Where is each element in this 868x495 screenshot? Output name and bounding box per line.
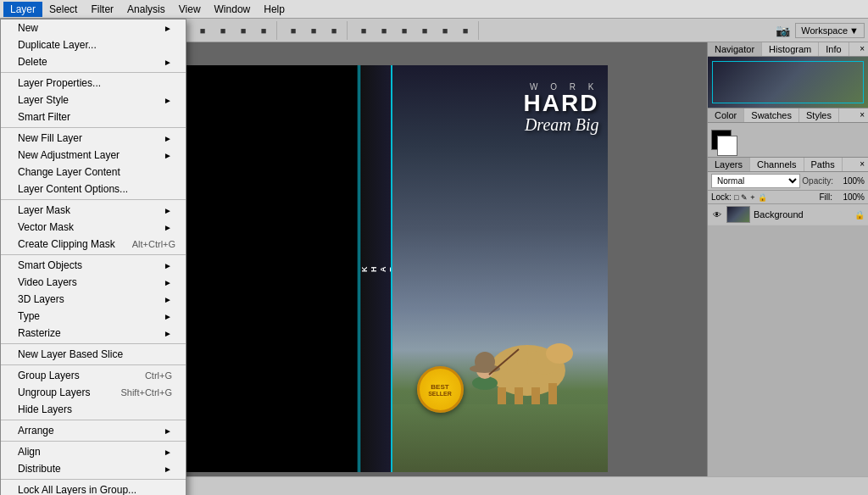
menu-entry-rasterize[interactable]: Rasterize ► <box>1 325 186 342</box>
lock-transparent-icon[interactable]: □ <box>734 193 738 202</box>
layer-lock-icon: 🔒 <box>854 210 865 220</box>
toolbar-btn-11[interactable]: ■ <box>415 21 434 40</box>
guide-line-left <box>359 65 360 472</box>
toolbar-camera-btn[interactable]: 📷 <box>773 23 792 38</box>
toolbar-btn-2[interactable]: ■ <box>214 21 232 40</box>
menu-entry-arrange[interactable]: Arrange ► <box>1 422 186 439</box>
opacity-value: 100% <box>835 176 865 186</box>
separator-9 <box>1 479 186 480</box>
navigator-tabs: Navigator Histogram Info × <box>708 42 868 57</box>
menu-entry-delete[interactable]: Delete ► <box>1 53 186 70</box>
toolbar-btn-3[interactable]: ■ <box>234 21 253 40</box>
toolbar-btn-4[interactable]: ■ <box>254 21 273 40</box>
menu-entry-new[interactable]: New ► <box>1 19 186 36</box>
menu-view[interactable]: View <box>172 2 208 17</box>
fill-value: 100% <box>835 192 865 202</box>
menu-entry-change-content[interactable]: Change Layer Content <box>1 164 186 181</box>
menu-entry-group-layers-shortcut: Ctrl+G <box>145 370 172 381</box>
menu-entry-video-layers[interactable]: Video Layers ► <box>1 274 186 291</box>
menu-entry-duplicate[interactable]: Duplicate Layer... <box>1 36 186 53</box>
menu-entry-type[interactable]: Type ► <box>1 308 186 325</box>
lock-image-icon[interactable]: ✎ <box>741 193 748 202</box>
menu-window[interactable]: Window <box>208 2 258 17</box>
toolbar-btn-12[interactable]: ■ <box>436 21 454 40</box>
layer-visibility-eye[interactable]: 👁 <box>711 209 723 220</box>
tab-paths[interactable]: Paths <box>804 158 843 171</box>
tab-info[interactable]: Info <box>819 42 849 56</box>
toolbar-btn-9[interactable]: ■ <box>375 21 393 40</box>
layers-close[interactable]: × <box>856 158 868 171</box>
menu-entry-ungroup-layers-label: Ungroup Layers <box>18 387 90 398</box>
menu-entry-hide-layers[interactable]: Hide Layers <box>1 401 186 418</box>
lock-all-icon[interactable]: 🔒 <box>758 193 767 202</box>
toolbar-btn-1[interactable]: ■ <box>193 21 212 40</box>
tab-styles[interactable]: Styles <box>799 108 839 122</box>
menu-entry-layer-style[interactable]: Layer Style ► <box>1 92 186 108</box>
tab-swatches[interactable]: Swatches <box>744 108 799 122</box>
menu-entry-new-fill-arrow: ► <box>164 134 172 143</box>
svg-point-2 <box>546 343 573 364</box>
menu-entry-distribute[interactable]: Distribute ► <box>1 460 186 477</box>
menu-entry-3d-layers[interactable]: 3D Layers ► <box>1 291 186 308</box>
menu-entry-layer-style-arrow: ► <box>164 96 172 105</box>
menu-entry-align[interactable]: Align ► <box>1 443 186 460</box>
layer-item-background[interactable]: 👁 Background 🔒 <box>708 204 868 225</box>
navigator-section: Navigator Histogram Info × <box>708 42 868 108</box>
tab-color[interactable]: Color <box>708 108 744 122</box>
menu-layer[interactable]: Layer <box>3 2 42 17</box>
menu-entry-new-slice-label: New Layer Based Slice <box>18 348 123 360</box>
menu-entry-vector-mask-label: Vector Mask <box>18 221 74 233</box>
menu-entry-clipping-mask[interactable]: Create Clipping Mask Alt+Ctrl+G <box>1 236 186 253</box>
menu-entry-lock-all-label: Lock All Layers in Group... <box>18 484 136 495</box>
tab-layers[interactable]: Layers <box>708 158 750 171</box>
menu-entry-group-layers[interactable]: Group Layers Ctrl+G <box>1 367 186 384</box>
menu-entry-smart-filter[interactable]: Smart Filter <box>1 108 186 125</box>
character-area: BEST SELLER <box>392 252 608 472</box>
menu-filter[interactable]: Filter <box>84 2 120 17</box>
navigator-close[interactable]: × <box>856 42 868 56</box>
menu-entry-new-slice[interactable]: New Layer Based Slice <box>1 346 186 363</box>
foreground-color[interactable] <box>711 130 732 150</box>
tab-navigator[interactable]: Navigator <box>708 42 762 56</box>
lock-position-icon[interactable]: + <box>750 193 754 202</box>
spine-a: A <box>379 245 388 292</box>
separator-4 <box>1 254 186 255</box>
tab-histogram[interactable]: Histogram <box>762 42 819 56</box>
workspace-btn[interactable]: Workspace ▼ <box>795 23 865 38</box>
tab-channels[interactable]: Channels <box>750 158 804 171</box>
menu-entry-type-arrow: ► <box>164 312 172 321</box>
menu-entry-ungroup-layers[interactable]: Ungroup Layers Shift+Ctrl+G <box>1 384 186 401</box>
menu-entry-lock-all[interactable]: Lock All Layers in Group... <box>1 481 186 495</box>
menu-entry-smart-filter-label: Smart Filter <box>18 111 70 123</box>
menu-entry-content-options[interactable]: Layer Content Options... <box>1 181 186 197</box>
menu-entry-smart-objects[interactable]: Smart Objects ► <box>1 257 186 274</box>
menu-analysis[interactable]: Analysis <box>120 2 172 17</box>
menu-select[interactable]: Select <box>42 2 84 17</box>
best-seller-badge: BEST SELLER <box>417 366 464 413</box>
toolbar-btn-6[interactable]: ■ <box>304 21 323 40</box>
menu-help[interactable]: Help <box>257 2 292 17</box>
separator-8 <box>1 441 186 442</box>
menu-entry-new-fill[interactable]: New Fill Layer ► <box>1 130 186 147</box>
toolbar-btn-8[interactable]: ■ <box>354 21 373 40</box>
menu-entry-layer-properties[interactable]: Layer Properties... <box>1 75 186 92</box>
workspace-arrow: ▼ <box>849 25 859 36</box>
toolbar-btn-5[interactable]: ■ <box>284 21 303 40</box>
color-close[interactable]: × <box>856 108 868 122</box>
blend-mode-select[interactable]: Normal <box>711 174 800 188</box>
toolbar-btn-7[interactable]: ■ <box>325 21 343 40</box>
lock-label: Lock: <box>711 192 732 202</box>
menu-entry-vector-mask[interactable]: Vector Mask ► <box>1 219 186 236</box>
toolbar-btn-10[interactable]: ■ <box>395 21 414 40</box>
lock-controls: Lock: □ ✎ + 🔒 Fill: 100% <box>708 191 868 204</box>
guide-line-right <box>392 65 392 472</box>
menu-entry-delete-arrow: ► <box>164 58 172 67</box>
menu-entry-vector-mask-arrow: ► <box>164 223 172 232</box>
menu-entry-layer-mask[interactable]: Layer Mask ► <box>1 202 186 219</box>
menu-entry-new-adjustment[interactable]: New Adjustment Layer ► <box>1 147 186 164</box>
canvas-container: W O R K H A R D Dream Big <box>120 65 608 472</box>
toolbar-btn-13[interactable]: ■ <box>456 21 475 40</box>
workspace-label: Workspace <box>801 25 848 36</box>
background-color[interactable] <box>717 136 737 156</box>
menu-entry-distribute-arrow: ► <box>164 464 172 474</box>
